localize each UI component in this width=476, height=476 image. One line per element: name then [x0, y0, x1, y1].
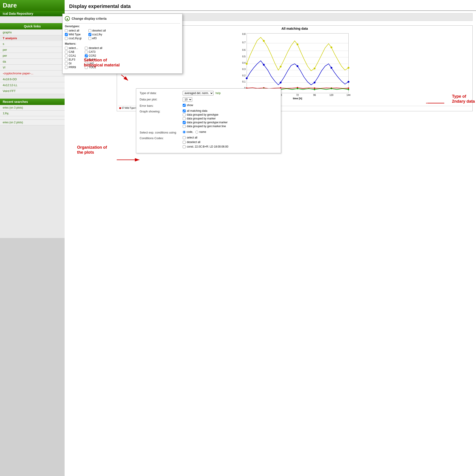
genotypes-col2: deselect all cca1;lhy elf3 [88, 29, 106, 40]
type-of-data-select[interactable]: averaged det. norm. [183, 91, 214, 95]
marker-gi[interactable]: GI [65, 62, 78, 65]
sidebar-item-t-analysis[interactable]: T analysis [0, 35, 65, 41]
genotypes-col1: select all Wild Type cca1;lhy:gi [65, 29, 82, 40]
page-title: Display experimental data [65, 0, 238, 11]
controls-panel: Type of data: averaged det. norm. help D… [136, 88, 238, 153]
conditions-codes-label: Conditions Codes: [140, 136, 180, 140]
sidebar-item-per1[interactable]: per [0, 47, 65, 53]
error-bars-show: show [187, 103, 193, 107]
genotype-elf3[interactable]: elf3 [88, 37, 106, 40]
genotype-wild-type[interactable]: Wild Type [65, 33, 82, 36]
genotype-select-all[interactable]: select all [65, 29, 82, 32]
select-conditions-label: Select exp. conditions using [140, 130, 180, 134]
data-per-plot-select[interactable]: 10 [183, 97, 192, 102]
marker-select[interactable]: select... [65, 47, 78, 50]
annotation-organization: Organization ofthe plots [77, 145, 107, 155]
marker-ccr2[interactable]: CCR2 [85, 54, 102, 57]
marker-cat3[interactable]: CAT3 [85, 50, 102, 53]
graph-showing-label: Graph showing: [140, 109, 180, 113]
marker-prr9[interactable]: PRR9 [65, 66, 78, 69]
recent-searches-bar: Recent searches [0, 99, 65, 105]
recent-item-1[interactable]: 1;lhy, [0, 111, 65, 116]
sidebar: Dare ical Data Repository Quick links gr… [0, 0, 65, 238]
genotype-cca1-lhy-gi[interactable]: cca1;lhy:gi [65, 37, 82, 40]
marker-elf3[interactable]: ELF3 [65, 58, 78, 61]
main-content: Display experimental data Numeric data f… [65, 0, 238, 238]
sidebar-item-vi[interactable]: Vi [0, 65, 65, 70]
sidebar-item-dd[interactable]: 4x18:6-DD [0, 76, 65, 82]
sidebar-item-per2[interactable]: per [0, 53, 65, 59]
graph-by-genotype-marker[interactable]: data grouped by genotype:marker [183, 121, 238, 124]
cond-const-22[interactable]: const. 22.0C:B+R: LD 18:00:06:00 [183, 145, 238, 148]
error-bars-checkbox[interactable]: show [183, 103, 238, 107]
marker-cca1[interactable]: CCA1 [65, 54, 78, 57]
criteria-title: Change display criteria [72, 17, 106, 20]
graph-all-matching[interactable]: all matching data [183, 109, 238, 112]
error-bars-label: Error bars: [140, 103, 180, 107]
genotype-deselect-all[interactable]: deselect all [88, 29, 106, 32]
genotype-cca1-lhy[interactable]: cca1;lhy [88, 33, 106, 36]
app-subtitle: ical Data Repository [0, 11, 65, 16]
criteria-dialog: ▲ Change display criteria Genotypes: sel… [62, 14, 183, 74]
sidebar-item-da[interactable]: da [0, 59, 65, 65]
criteria-icon: ▲ [65, 16, 70, 21]
marker-deselect-all[interactable]: deselect all [85, 47, 102, 50]
arrow-organization [115, 154, 142, 166]
app-title: Dare [0, 0, 65, 11]
recent-item-0[interactable]: eries (on 3 plots) [0, 105, 65, 111]
marker-cab[interactable]: CAB [65, 50, 78, 53]
sidebar-item-s[interactable]: s [0, 41, 65, 47]
cond-select-all[interactable]: select all [183, 136, 238, 139]
sidebar-item-ll[interactable]: -cryptochrome paper-... [0, 70, 65, 76]
quick-links-bar: Quick links [0, 23, 65, 30]
graph-by-genotype[interactable]: data grouped by genotype [183, 113, 238, 116]
type-of-data-label: Type of data: [140, 91, 180, 95]
genotypes-label: Genotypes: [65, 25, 180, 28]
name-radio[interactable]: name [195, 130, 206, 134]
graph-by-gen-marker-line[interactable]: data grouped by gen:marker:line [183, 125, 238, 128]
data-per-plot-label: Data per plot: [140, 97, 180, 101]
graph-by-marker[interactable]: data grouped by marker [183, 117, 238, 120]
sidebar-item-12ll[interactable]: 4x12:12-LL [0, 82, 65, 88]
cond-deselect-all[interactable]: deselect all [183, 140, 238, 144]
help-link[interactable]: help [216, 92, 221, 95]
markers-col1: select... CAB CCA1 ELF3 GI [65, 47, 78, 69]
sidebar-item-fft[interactable]: Veird FFT [0, 88, 65, 94]
code-radio[interactable]: code, [183, 130, 193, 134]
recent-item-2[interactable] [0, 116, 65, 120]
sidebar-item-graphs[interactable]: graphs [0, 30, 65, 35]
annotation-biological: Selection ofbiological material [84, 58, 120, 68]
recent-item-3[interactable]: eries (on 2 plots) [0, 120, 65, 125]
markers-label: Markers: [65, 42, 180, 45]
